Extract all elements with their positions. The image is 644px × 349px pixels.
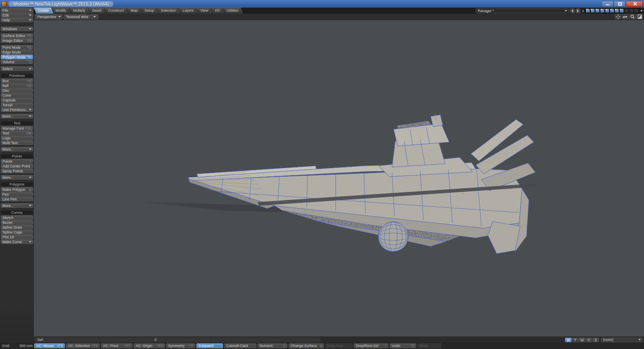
- sidebar-item-more[interactable]: More...: [1, 147, 33, 151]
- tab-selection[interactable]: Selection: [157, 8, 181, 14]
- sidebar-item-image-editor[interactable]: Image EditorF6: [1, 38, 33, 43]
- bottom-button-numeric[interactable]: Numericn: [258, 343, 287, 348]
- sidebar-item-more[interactable]: More...: [1, 175, 33, 180]
- view-mode-dropdown[interactable]: Perspective: [35, 14, 62, 19]
- button-label: Line Pen: [2, 197, 17, 201]
- tab-detail[interactable]: Detail: [88, 8, 106, 14]
- sidebar-item-polygon-mode[interactable]: Polygon Mode^H: [1, 55, 33, 59]
- layer-tile-8[interactable]: [619, 8, 624, 13]
- layer-tile-2[interactable]: [590, 8, 595, 13]
- bottom-button-ac-pivot[interactable]: AC: Pivot+F7: [101, 343, 132, 348]
- sidebar-item-windows[interactable]: Windows: [1, 27, 33, 31]
- render-mode-dropdown[interactable]: Textured Wire: [64, 14, 98, 19]
- sidebar-item-spline-cage[interactable]: Spline Cage: [1, 230, 33, 234]
- bottom-button-ac-selection[interactable]: AC: Selection+F8: [66, 343, 100, 348]
- sidebar-filler: [0, 246, 34, 342]
- sidebar-item-ball[interactable]: Ball+O: [1, 83, 33, 88]
- layer-tile-3[interactable]: [595, 8, 600, 13]
- selection-set-dropdown[interactable]: (none): [601, 338, 643, 342]
- tab-modify[interactable]: Modify: [52, 8, 71, 14]
- layer-tile-6[interactable]: [610, 8, 614, 13]
- shortcut-label: +Y: [188, 344, 193, 348]
- sidebar-item-capsule[interactable]: Capsule: [1, 98, 33, 102]
- layer-tile-1[interactable]: [586, 8, 590, 13]
- prev-layer-button[interactable]: [570, 8, 575, 13]
- sidebar-item-spray-points[interactable]: Spray Points: [1, 169, 33, 173]
- tab-construct[interactable]: Construct: [104, 8, 129, 14]
- mode-button-w[interactable]: W: [565, 338, 572, 342]
- layer-bank-dropdown-icon[interactable]: [640, 10, 643, 12]
- tab-map[interactable]: Map: [127, 8, 143, 14]
- minimize-button[interactable]: [602, 1, 613, 7]
- bottom-button-drop-rest-sel[interactable]: Drop/Rest Sel/: [354, 343, 388, 348]
- bottom-button-change-surface[interactable]: Change Surfaceq: [289, 343, 324, 348]
- sidebar-item-more[interactable]: More...: [1, 203, 33, 208]
- bottom-button-catmull-clark[interactable]: Catmull-Clark: [224, 343, 256, 348]
- button-label: Windows: [2, 27, 17, 31]
- mode-button-m[interactable]: M: [579, 338, 585, 342]
- layer-tile-5[interactable]: [605, 8, 609, 13]
- mode-button-c[interactable]: C: [586, 338, 592, 342]
- menu-edit[interactable]: Edit: [1, 13, 33, 17]
- layer-tile-7[interactable]: [615, 8, 619, 13]
- zoom-view-button[interactable]: [629, 14, 636, 19]
- mode-button-s[interactable]: S: [592, 338, 599, 342]
- sidebar-item-points[interactable]: Points+: [1, 159, 33, 163]
- sidebar-item-pen[interactable]: Pen: [1, 192, 33, 196]
- sidebar-item-edge-mode[interactable]: Edge Mode: [1, 50, 33, 54]
- sidebar-item-text[interactable]: Text+W: [1, 131, 33, 135]
- layer-tile-9[interactable]: [624, 8, 629, 13]
- sidebar-item-multi-text[interactable]: Multi Text: [1, 140, 33, 145]
- mode-button-t[interactable]: T: [572, 338, 578, 342]
- viewport-canvas[interactable]: [34, 20, 644, 337]
- sidebar-item-logo[interactable]: Logo: [1, 136, 33, 140]
- sidebar-item-point-mode[interactable]: Point Mode^G: [1, 45, 33, 50]
- maximize-viewport-button[interactable]: [636, 14, 643, 19]
- tab-create[interactable]: Create: [34, 8, 54, 14]
- sidebar-item-box[interactable]: Box+X: [1, 78, 33, 83]
- sidebar-item-plot-1d[interactable]: Plot 1D: [1, 235, 33, 239]
- button-label: Select: [2, 67, 12, 71]
- layer-tile-10[interactable]: [629, 8, 634, 13]
- tab-view[interactable]: View: [196, 8, 213, 14]
- tab-layers[interactable]: Layers: [179, 8, 198, 14]
- tab-multiply[interactable]: Multiply: [69, 8, 91, 14]
- rotate-view-button[interactable]: [622, 14, 628, 19]
- tab-i-o[interactable]: I/O: [211, 8, 225, 14]
- sidebar-item-make-polygon[interactable]: Make Polygonp: [1, 187, 33, 192]
- layer-tile-4[interactable]: [600, 8, 605, 13]
- tab-bar: CreateModifyMultiplyDetailConstructMapSe…: [34, 8, 241, 14]
- bottom-button-undo[interactable]: Undo^Z: [390, 343, 416, 348]
- sidebar-item-sketch[interactable]: Sketch: [1, 215, 33, 220]
- sidebar-item-surface-editor[interactable]: Surface EditorF5: [1, 33, 33, 38]
- sidebar-item-disc[interactable]: Disc: [1, 88, 33, 93]
- sidebar-item-unit-primitives[interactable]: Unit Primitives...: [1, 107, 33, 112]
- sidebar-item-add-center-point[interactable]: Add Center Point: [1, 164, 33, 168]
- pan-view-button[interactable]: [615, 14, 621, 19]
- bottom-button-ac-origin[interactable]: AC: Origin+F6: [134, 343, 165, 348]
- menu-file[interactable]: File: [1, 8, 33, 12]
- bottom-button-ac-mouse[interactable]: AC: Mouse+F5: [34, 343, 65, 348]
- menu-help[interactable]: Help: [1, 18, 33, 22]
- sidebar-item-cone[interactable]: Cone: [1, 93, 33, 97]
- tab-setup[interactable]: Setup: [140, 8, 159, 14]
- bottom-button-symmetry[interactable]: Symmetry+Y: [166, 343, 195, 348]
- maximize-button[interactable]: [614, 1, 625, 7]
- sidebar-item-select[interactable]: Select: [1, 66, 33, 71]
- dropdown-arrow-icon: [29, 10, 31, 11]
- sidebar-item-toroid[interactable]: Toroid: [1, 103, 33, 107]
- layer-tile-11[interactable]: [634, 8, 638, 13]
- sidebar-item-volume[interactable]: Volume^J: [1, 60, 33, 64]
- sidebar-item-more[interactable]: More...: [1, 114, 33, 118]
- sidebar-item-manage-fonts[interactable]: Manage FontsF10: [1, 126, 33, 130]
- close-button[interactable]: [626, 1, 643, 7]
- next-layer-button[interactable]: [576, 8, 580, 13]
- tab-utilities[interactable]: Utilities: [223, 8, 243, 14]
- sidebar-item-line-pen[interactable]: Line Pen: [1, 197, 33, 201]
- object-layer-cluster: Ravager * 1: [476, 8, 644, 14]
- bottom-button-subpatch[interactable]: Subpatch: [196, 343, 223, 348]
- sidebar-item-make-curve[interactable]: Make Curve: [1, 240, 33, 244]
- object-selector[interactable]: Ravager *: [476, 8, 569, 13]
- sidebar-item-bezier[interactable]: Bezier: [1, 220, 33, 225]
- sidebar-item-spline-draw[interactable]: Spline Draw: [1, 225, 33, 229]
